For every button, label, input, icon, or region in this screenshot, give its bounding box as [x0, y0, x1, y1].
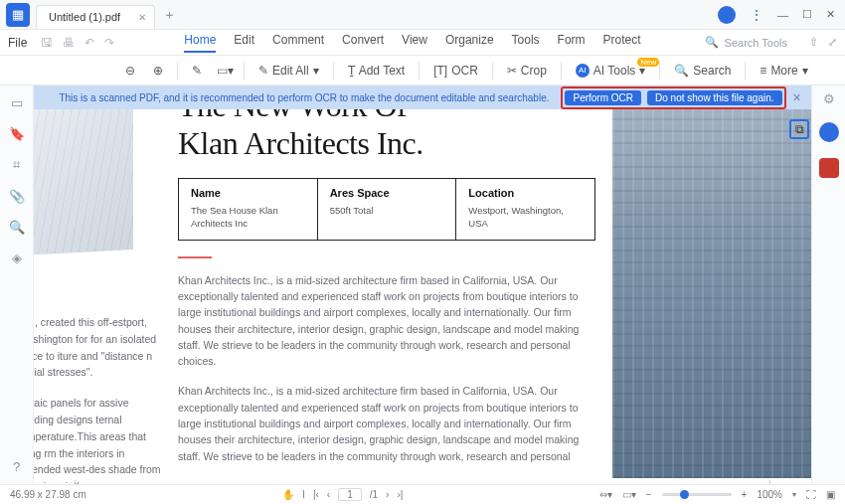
- fit-page-icon[interactable]: ⛶: [806, 489, 816, 500]
- maximize-button[interactable]: ☐: [802, 8, 812, 21]
- ocr-notice-bar: This is a scanned PDF, and it is recomme…: [34, 85, 811, 109]
- zoom-in-icon[interactable]: ⊕: [147, 60, 169, 82]
- dont-show-button[interactable]: Do not show this file again.: [647, 90, 782, 105]
- zoom-out-icon[interactable]: ⊖: [119, 60, 141, 82]
- document-tab[interactable]: Untitled (1).pdf ✕: [36, 5, 155, 29]
- paragraph-1: Khan Architects Inc., is a mid-sized arc…: [178, 272, 591, 370]
- add-text-button[interactable]: Ṯ Add Text: [342, 62, 411, 80]
- ocr-button[interactable]: [T] OCR: [427, 62, 484, 80]
- prev-page-icon[interactable]: ‹: [327, 489, 330, 500]
- info-table: Name The Sea House Klan Architects Inc A…: [178, 178, 595, 241]
- expand-icon[interactable]: ⤢: [828, 36, 837, 49]
- thumbnails-icon[interactable]: ▭: [11, 95, 23, 110]
- redo-icon[interactable]: ↷: [104, 36, 114, 50]
- doc-title-line2: Klan Architects Inc.: [178, 127, 605, 161]
- titlebar: ▦ Untitled (1).pdf ✕ ＋ ⋮ — ☐ ✕: [0, 0, 845, 30]
- page-number-input[interactable]: 1: [338, 488, 362, 501]
- more-button[interactable]: ≡ More▾: [754, 62, 813, 80]
- bookmarks-icon[interactable]: 🔖: [9, 126, 25, 141]
- search-button[interactable]: 🔍 Search: [668, 62, 737, 80]
- properties-icon[interactable]: ⚙: [823, 91, 835, 106]
- td-location: Westport, Washington, USA: [468, 205, 583, 230]
- perform-ocr-button[interactable]: Perform OCR: [565, 90, 641, 105]
- left-cut-text: Inc., created this off-estport, Washingt…: [34, 314, 167, 484]
- tab-form[interactable]: Form: [558, 33, 586, 53]
- close-window-button[interactable]: ✕: [826, 8, 835, 21]
- menubar: File 🖫 🖶 ↶ ↷ Home Edit Comment Convert V…: [0, 30, 845, 56]
- accent-rule: [178, 256, 212, 258]
- td-area: 550ft Total: [330, 205, 444, 217]
- undo-icon[interactable]: ↶: [84, 36, 94, 50]
- select-tool-icon[interactable]: I: [302, 489, 305, 500]
- zoom-in-sb-icon[interactable]: +: [742, 489, 748, 500]
- tab-comment[interactable]: Comment: [272, 33, 324, 53]
- td-name: The Sea House Klan Architects Inc: [191, 205, 305, 230]
- help-icon[interactable]: ?: [13, 459, 20, 474]
- kebab-menu-icon[interactable]: ⋮: [750, 7, 763, 23]
- tab-edit[interactable]: Edit: [234, 33, 254, 53]
- shape-icon[interactable]: ▭▾: [214, 60, 236, 82]
- page-dimensions: 46.99 x 27.98 cm: [10, 489, 86, 500]
- edit-all-button[interactable]: ✎ Edit All▾: [253, 62, 325, 80]
- tab-protect[interactable]: Protect: [603, 33, 641, 53]
- comments-icon[interactable]: ⌗: [13, 157, 20, 173]
- ai-tools-button[interactable]: AI AI Tools▾ New: [570, 62, 651, 80]
- print-icon[interactable]: 🖶: [63, 36, 75, 50]
- scroll-left-icon[interactable]: ‹: [74, 476, 77, 482]
- last-page-icon[interactable]: ›|: [397, 489, 403, 500]
- ai-chat-icon[interactable]: [819, 158, 839, 178]
- zoom-slider[interactable]: [662, 493, 732, 496]
- minimize-button[interactable]: —: [777, 9, 788, 21]
- statusbar: 46.99 x 27.98 cm ✋ I |‹ ‹ 1 /1 › ›| ⇔▾ ▭…: [0, 484, 845, 504]
- search-tools-input[interactable]: 🔍 Search Tools: [705, 36, 787, 49]
- paragraph-2: Khan Architects Inc., is a mid-sized arc…: [178, 383, 591, 463]
- protect-badge-icon[interactable]: ⧉: [789, 119, 809, 139]
- search-icon: 🔍: [705, 36, 719, 49]
- new-tab-button[interactable]: ＋: [163, 6, 176, 24]
- document-canvas[interactable]: This is a scanned PDF, and it is recomme…: [34, 85, 811, 484]
- search-placeholder: Search Tools: [725, 37, 787, 49]
- tab-tools[interactable]: Tools: [512, 33, 540, 53]
- read-mode-icon[interactable]: ▣: [826, 489, 835, 500]
- th-area: Ares Space: [330, 187, 444, 199]
- attachments-icon[interactable]: 📎: [9, 189, 25, 204]
- th-location: Location: [468, 187, 583, 199]
- left-sidebar: ▭ 🔖 ⌗ 📎 🔍 ◈ ?: [0, 85, 34, 484]
- ribbon-toolbar: ⊖ ⊕ ✎ ▭▾ ✎ Edit All▾ Ṯ Add Text [T] OCR …: [0, 56, 845, 85]
- th-name: Name: [191, 187, 305, 199]
- next-page-icon[interactable]: ›: [386, 489, 389, 500]
- zoom-percent[interactable]: 100%: [757, 489, 782, 500]
- tab-organize[interactable]: Organize: [445, 33, 494, 53]
- tab-convert[interactable]: Convert: [342, 33, 384, 53]
- layers-icon[interactable]: ◈: [12, 251, 22, 265]
- notice-close-icon[interactable]: ✕: [792, 91, 801, 104]
- tab-home[interactable]: Home: [184, 33, 216, 53]
- hand-tool-icon[interactable]: ✋: [282, 489, 294, 500]
- ai-sidebar-icon[interactable]: [819, 122, 839, 142]
- page-total: /1: [370, 489, 378, 500]
- highlight-icon[interactable]: ✎: [186, 60, 208, 82]
- tab-title: Untitled (1).pdf: [49, 11, 120, 23]
- crop-button[interactable]: ✂ Crop: [501, 62, 553, 80]
- zoom-out-sb-icon[interactable]: −: [646, 489, 652, 500]
- fit-width-icon[interactable]: ⇔▾: [599, 489, 612, 500]
- search-panel-icon[interactable]: 🔍: [9, 220, 25, 235]
- scroll-right-icon[interactable]: ›: [768, 476, 771, 482]
- notice-message: This is a scanned PDF, and it is recomme…: [59, 92, 549, 103]
- file-menu[interactable]: File: [8, 36, 27, 50]
- hero-image: [612, 85, 811, 478]
- user-avatar-icon[interactable]: [718, 6, 736, 24]
- app-logo-icon: ▦: [6, 3, 30, 27]
- close-tab-icon[interactable]: ✕: [138, 12, 146, 23]
- upload-icon[interactable]: ⇧: [809, 36, 818, 49]
- tab-view[interactable]: View: [402, 33, 427, 53]
- right-sidebar: ⚙: [811, 85, 845, 484]
- first-page-icon[interactable]: |‹: [313, 489, 319, 500]
- view-mode-icon[interactable]: ▭▾: [622, 489, 636, 500]
- save-icon[interactable]: 🖫: [41, 36, 53, 50]
- pdf-page: ⧉ Inc., created this off-estport, Washin…: [34, 85, 811, 484]
- side-image: [34, 100, 133, 255]
